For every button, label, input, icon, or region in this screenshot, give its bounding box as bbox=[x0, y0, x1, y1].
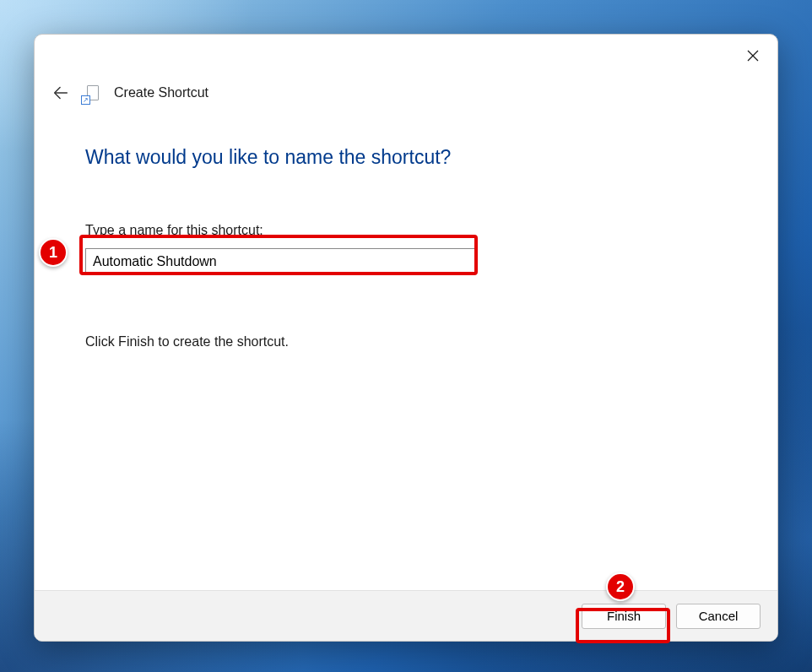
create-shortcut-dialog: ↗ Create Shortcut What would you like to… bbox=[34, 34, 778, 642]
page-heading: What would you like to name the shortcut… bbox=[85, 146, 727, 169]
help-text: Click Finish to create the shortcut. bbox=[85, 334, 727, 350]
wizard-title: Create Shortcut bbox=[114, 85, 208, 100]
finish-button[interactable]: Finish bbox=[582, 604, 666, 629]
cancel-button[interactable]: Cancel bbox=[676, 604, 761, 629]
wizard-content: What would you like to name the shortcut… bbox=[35, 107, 777, 590]
back-icon[interactable] bbox=[50, 82, 72, 104]
button-bar: Finish Cancel bbox=[35, 590, 777, 641]
titlebar bbox=[35, 35, 777, 73]
wizard-header: ↗ Create Shortcut bbox=[35, 73, 777, 107]
shortcut-icon: ↗ bbox=[84, 84, 102, 102]
shortcut-name-input[interactable] bbox=[85, 248, 475, 275]
name-field-label: Type a name for this shortcut: bbox=[85, 223, 727, 238]
close-icon[interactable] bbox=[744, 46, 762, 65]
